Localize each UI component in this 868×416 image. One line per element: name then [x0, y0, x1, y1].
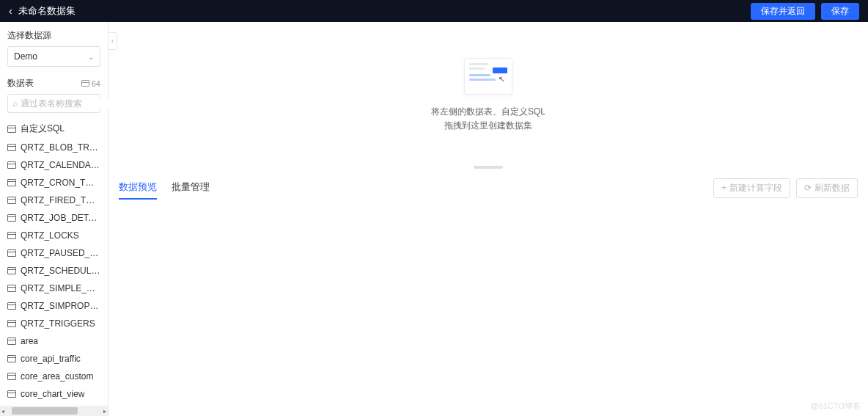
table-name: core_area_custom — [21, 371, 93, 382]
table-row[interactable]: QRTZ_FIRED_TRIGGERS — [0, 191, 108, 209]
table-row[interactable]: QRTZ_TRIGGERS — [0, 315, 108, 332]
table-name: QRTZ_SIMPROP_TRIGGERS — [21, 301, 100, 311]
table-row[interactable]: QRTZ_SCHEDULER_STATE — [0, 262, 108, 280]
sql-icon — [7, 125, 16, 133]
drop-hint: 将左侧的数据表、自定义SQL 拖拽到这里创建数据集 — [431, 105, 545, 133]
table-icon — [7, 214, 16, 222]
table-name: QRTZ_SIMPLE_TRIGGERS — [21, 283, 100, 293]
content-area: 数据预览批量管理 + 新建计算字段 ⟳ 刷新数据 — [108, 169, 868, 416]
table-icon — [7, 144, 16, 151]
header-left: ‹ 未命名数据集 — [9, 4, 76, 18]
table-name: QRTZ_CRON_TRIGGERS — [21, 178, 100, 188]
chevron-left-icon: ‹ — [111, 37, 114, 45]
scroll-left-icon[interactable]: ◂ — [0, 408, 6, 415]
drop-zone[interactable]: ↖ 将左侧的数据表、自定义SQL 拖拽到这里创建数据集 — [108, 22, 868, 169]
scroll-thumb[interactable] — [12, 407, 78, 415]
back-icon[interactable]: ‹ — [9, 5, 12, 17]
table-name: core_chart_view — [21, 389, 84, 399]
page-title: 未命名数据集 — [18, 4, 76, 18]
refresh-label: 刷新数据 — [814, 182, 850, 194]
table-icon — [7, 161, 16, 169]
drop-hint-line2: 拖拽到这里创建数据集 — [431, 119, 545, 133]
table-row[interactable]: QRTZ_SIMPLE_TRIGGERS — [0, 280, 108, 297]
table-row[interactable]: QRTZ_BLOB_TRIGGERS — [0, 139, 108, 156]
table-row[interactable]: QRTZ_JOB_DETAILS — [0, 209, 108, 227]
datasource-select[interactable]: Demo ⌄ — [7, 46, 100, 67]
app-header: ‹ 未命名数据集 保存并返回 保存 — [0, 0, 868, 22]
table-count: 64 — [81, 79, 100, 88]
table-icon — [7, 285, 16, 292]
table-icon — [7, 179, 16, 186]
table-row[interactable]: core_api_traffic — [0, 350, 108, 368]
table-count-value: 64 — [92, 79, 100, 88]
plus-icon: + — [721, 183, 727, 193]
table-name: QRTZ_PAUSED_TRIGGER_... — [21, 248, 100, 258]
chevron-down-icon: ⌄ — [88, 53, 94, 61]
table-list[interactable]: 自定义SQL QRTZ_BLOB_TRIGGERSQRTZ_CALENDARSQ… — [0, 119, 108, 406]
table-name: QRTZ_JOB_DETAILS — [21, 213, 100, 223]
sidebar-collapse-toggle[interactable]: ‹ — [108, 32, 117, 50]
refresh-icon: ⟳ — [804, 183, 812, 193]
table-row[interactable]: QRTZ_PAUSED_TRIGGER_... — [0, 244, 108, 262]
table-icon — [7, 390, 16, 398]
table-name: core_api_traffic — [21, 354, 81, 364]
table-icon — [7, 320, 16, 327]
drop-illustration: ↖ — [464, 58, 512, 95]
watermark: @51CTO博客 — [811, 401, 861, 412]
header-actions: 保存并返回 保存 — [751, 3, 859, 20]
table-name: QRTZ_FIRED_TRIGGERS — [21, 195, 100, 205]
table-row[interactable]: core_chart_view — [0, 385, 108, 403]
resize-handle[interactable] — [474, 166, 503, 169]
table-name: QRTZ_TRIGGERS — [21, 318, 95, 329]
tab[interactable]: 数据预览 — [119, 176, 157, 200]
table-icon — [7, 267, 16, 274]
drop-hint-line1: 将左侧的数据表、自定义SQL — [431, 105, 545, 119]
table-icon — [7, 232, 16, 239]
datasource-section: 选择数据源 Demo ⌄ — [0, 29, 108, 67]
main-area: ↖ 将左侧的数据表、自定义SQL 拖拽到这里创建数据集 数据预览批量管理 + 新… — [108, 22, 868, 416]
table-row[interactable]: QRTZ_CALENDARS — [0, 156, 108, 174]
table-icon — [7, 302, 16, 310]
table-row[interactable]: QRTZ_SIMPROP_TRIGGERS — [0, 297, 108, 315]
table-icon — [7, 249, 16, 257]
search-icon: ⌕ — [12, 98, 18, 109]
tabs: 数据预览批量管理 — [119, 176, 210, 200]
cursor-icon: ↖ — [499, 75, 504, 83]
new-calc-field-button[interactable]: + 新建计算字段 — [713, 178, 790, 198]
save-button[interactable]: 保存 — [821, 3, 859, 20]
custom-sql-item[interactable]: 自定义SQL — [0, 119, 108, 139]
content-actions: + 新建计算字段 ⟳ 刷新数据 — [713, 178, 858, 198]
table-icon — [7, 373, 16, 380]
table-name: QRTZ_SCHEDULER_STATE — [21, 266, 100, 276]
custom-sql-label: 自定义SQL — [21, 123, 65, 135]
horizontal-scrollbar[interactable]: ◂ ▸ — [0, 406, 108, 416]
sidebar: 选择数据源 Demo ⌄ 数据表 64 ⌕ 自定义SQL QRTZ_BLOB_T… — [0, 22, 108, 416]
table-section-header: 数据表 64 — [0, 77, 108, 90]
table-row[interactable]: QRTZ_LOCKS — [0, 227, 108, 244]
new-calc-field-label: 新建计算字段 — [729, 182, 782, 194]
table-name: QRTZ_BLOB_TRIGGERS — [21, 142, 100, 153]
table-row[interactable]: area — [0, 332, 108, 350]
refresh-button[interactable]: ⟳ 刷新数据 — [796, 178, 858, 198]
table-row[interactable]: QRTZ_CRON_TRIGGERS — [0, 174, 108, 191]
table-icon — [7, 355, 16, 362]
tab[interactable]: 批量管理 — [172, 176, 210, 200]
datasource-value: Demo — [14, 51, 37, 62]
table-icon — [7, 337, 16, 345]
table-label: 数据表 — [7, 77, 34, 90]
main-body: 选择数据源 Demo ⌄ 数据表 64 ⌕ 自定义SQL QRTZ_BLOB_T… — [0, 22, 868, 416]
table-icon — [7, 197, 16, 204]
scroll-right-icon[interactable]: ▸ — [102, 408, 108, 415]
table-search[interactable]: ⌕ — [7, 94, 100, 113]
table-row[interactable]: core_area_custom — [0, 368, 108, 385]
content-header: 数据预览批量管理 + 新建计算字段 ⟳ 刷新数据 — [119, 176, 858, 200]
table-name: QRTZ_CALENDARS — [21, 160, 100, 170]
save-and-return-button[interactable]: 保存并返回 — [751, 3, 815, 20]
grid-icon — [81, 80, 89, 87]
table-name: area — [21, 336, 38, 346]
table-name: QRTZ_LOCKS — [21, 230, 79, 241]
datasource-label: 选择数据源 — [7, 29, 100, 42]
